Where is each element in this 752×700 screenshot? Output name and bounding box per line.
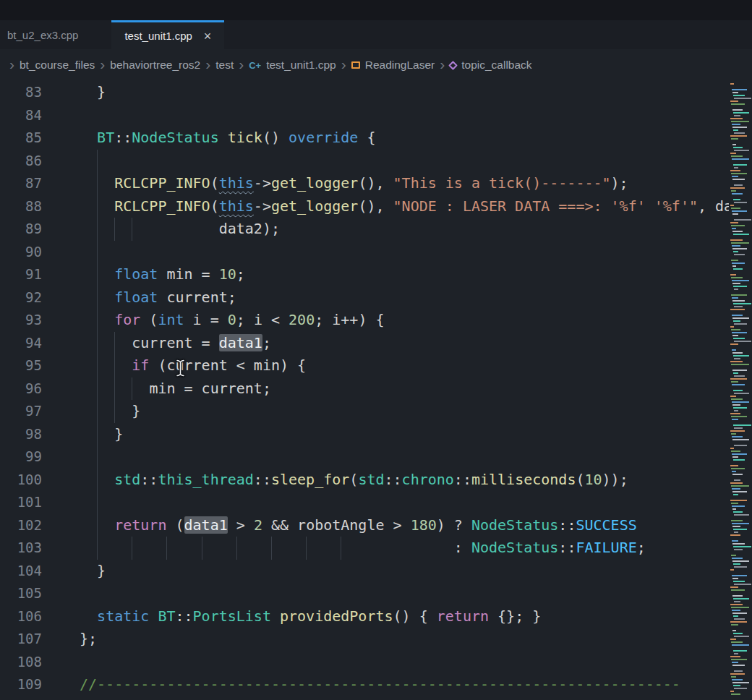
tab-test-unit1[interactable]: test_unit1.cpp × [111,20,224,49]
close-tab-icon[interactable]: × [204,30,212,43]
minimap-line [729,182,752,183]
breadcrumb-item[interactable]: bt_course_files [20,59,95,72]
minimap-line [731,485,749,487]
minimap-line [732,523,749,524]
line-number: 102 [0,514,42,537]
breadcrumb-item[interactable]: topic_callback [461,59,531,72]
editor-pane[interactable]: 83 }84 85 BT::NodeStatus tick() override… [0,81,752,700]
line-number: 84 [0,104,42,127]
minimap-line [731,451,740,452]
minimap-line [730,135,747,137]
code-line[interactable]: 92 float current; [0,286,752,310]
minimap-line [733,407,747,409]
code-line[interactable]: 83 } [0,81,752,104]
minimap-line [732,682,749,683]
minimap-line [729,271,752,273]
code-text: for (int i = 0; i < 200; i++) { [80,309,385,332]
minimap-line [729,387,752,388]
minimap-line [732,610,740,611]
minimap-line [734,445,747,446]
minimap-line [729,216,752,218]
minimap-line [729,537,752,539]
minimap-line [733,251,738,252]
minimap-line [732,176,738,177]
minimap[interactable] [729,81,752,700]
code-line[interactable]: 98 } [0,423,752,446]
code-line[interactable]: 109//-----------------------------------… [0,673,752,696]
minimap-line [733,320,740,322]
code-line[interactable]: 108 [0,651,752,674]
code-line[interactable]: 88 RCLCPP_INFO(this->get_logger(), "NODE… [0,195,752,218]
minimap-line [729,196,752,197]
code-line[interactable]: 96 min = current; [0,377,752,401]
line-number: 107 [0,628,42,651]
code-text [80,150,114,173]
code-line[interactable]: 93 for (int i = 0; i < 200; i++) { [0,309,752,332]
code-line[interactable]: 91 float min = 10; [0,263,752,286]
code-line[interactable]: 107}; [0,628,752,651]
minimap-line [733,650,747,652]
minimap-line [731,103,745,105]
line-number: 105 [0,582,42,605]
code-text: static BT::PortsList providedPorts() { r… [80,605,541,628]
code-line[interactable]: 99 [0,445,752,469]
minimap-line [734,219,751,221]
minimap-line [729,106,752,108]
code-line[interactable]: 85 BT::NodeStatus tick() override { [0,127,752,150]
minimap-line [733,424,751,426]
code-line[interactable]: 102 return (data1 > 2 && robotAngle > 18… [0,514,752,537]
code-line[interactable]: 86 [0,150,752,173]
minimap-line [734,323,747,325]
code-line[interactable]: 97 } [0,400,752,423]
tab-bt-u2-ex3[interactable]: bt_u2_ex3.cpp [0,20,107,49]
code-line[interactable]: 104 } [0,560,752,583]
code-line[interactable]: 90 [0,241,752,264]
minimap-line [732,436,743,438]
breadcrumb-item[interactable]: behaviortree_ros2 [110,59,200,72]
breadcrumb-item[interactable]: test_unit1.cpp [266,59,336,72]
minimap-line [732,265,736,267]
minimap-line [734,601,740,602]
minimap-line [734,532,738,533]
code-line[interactable]: 101 [0,491,752,514]
minimap-line [733,546,751,547]
code-line[interactable]: 106 static BT::PortsList providedPorts()… [0,605,752,628]
code-line[interactable]: 89 data2); [0,218,752,241]
code-line[interactable]: 94 current = data1; [0,332,752,355]
minimap-line [729,141,752,142]
minimap-line [732,488,740,490]
minimap-line [732,474,743,475]
code-line[interactable]: 100 std::this_thread::sleep_for(std::chr… [0,469,752,492]
minimap-line [732,384,745,385]
line-number: 99 [0,445,42,469]
minimap-line [730,101,738,102]
minimap-line [732,283,740,284]
minimap-line [730,482,743,484]
minimap-line [734,115,740,116]
code-line[interactable]: 84 [0,104,752,127]
minimap-line [732,124,740,125]
code-line[interactable]: 105 [0,582,752,605]
minimap-line [733,390,743,391]
code-line[interactable]: 103 : NodeStatus::FAILURE; [0,537,752,560]
minimap-line [732,508,736,510]
minimap-line [732,109,743,111]
code-text [80,582,97,605]
code-line[interactable]: 95 if (current < min) { [0,354,752,377]
minimap-line [732,317,749,319]
code-line[interactable]: 87 RCLCPP_INFO(this->get_logger(), "This… [0,172,752,195]
line-number: 85 [0,127,42,150]
minimap-line [730,118,743,119]
code-text: current = data1; [80,332,271,355]
minimap-line [729,477,752,478]
minimap-line [734,132,745,134]
breadcrumb-item[interactable]: test [215,59,234,72]
code-text: } [80,560,106,583]
line-number: 101 [0,491,42,514]
minimap-line [732,370,747,371]
breadcrumb-item[interactable]: ReadingLaser [365,59,435,72]
code-text: BT::NodeStatus tick() override { [80,127,375,150]
minimap-line [731,208,740,209]
minimap-line [734,393,749,394]
minimap-line [730,448,734,449]
